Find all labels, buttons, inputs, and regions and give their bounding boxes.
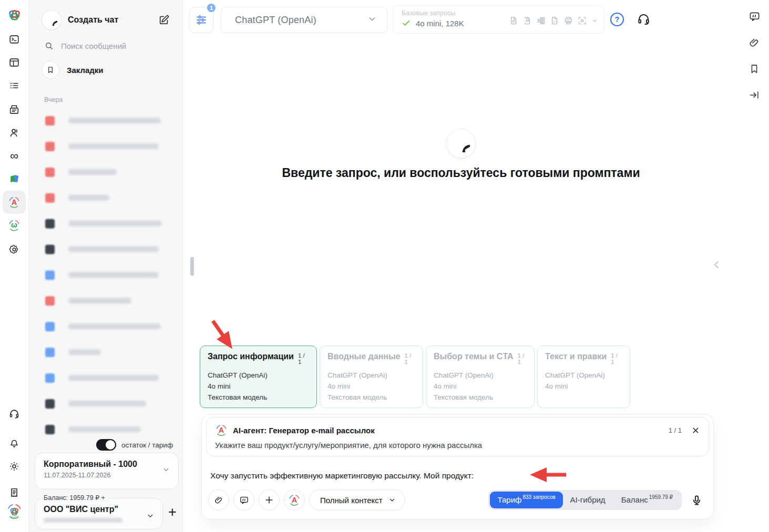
chat-item-icon [45,245,55,254]
search-placeholder: Поиск сообщений [61,41,126,50]
segment-tariff[interactable]: Тариф833 запросов [490,492,562,508]
hero-title: Введите запрос, или воспользуйтесь готов… [282,166,640,180]
balance-tariff-toggle[interactable] [96,439,116,451]
mode-segmented-control: Тариф833 запросов AI-гибрид Баланс1959.7… [488,490,682,510]
attachments-icon[interactable] [747,36,761,49]
close-icon[interactable] [691,426,700,435]
svg-text:TXT: TXT [553,20,558,23]
new-chat-header[interactable]: Создать чат [42,9,170,30]
message-input-text[interactable]: Хочу запустить эффективную маркетинговую… [210,471,474,481]
chevron-down-icon [367,14,377,26]
chat-list-item[interactable] [29,211,183,236]
sun-icon[interactable] [6,458,22,474]
app-logo[interactable] [6,7,22,23]
agent-subtitle: Укажите ваш продукт/услугу/мероприятие, … [215,441,700,450]
svg-text:PDF: PDF [525,20,529,23]
chat-list-item[interactable] [29,365,183,391]
prompt-card-title: Вводные данные [327,352,401,365]
organization-name: ООО "ВИС центр" [44,505,154,514]
attach-file-button[interactable] [208,489,229,510]
chat-list-item[interactable] [29,236,183,262]
segment-ai-hybrid[interactable]: AI-гибрид [563,492,614,508]
xls-icon[interactable] [536,16,546,26]
balance-tariff-toggle-row: остаток / тариф [96,439,173,451]
chat-list-item[interactable] [29,262,183,288]
chat-list-item[interactable] [29,185,183,211]
app-window: ∞ A ω VisG [0,0,769,532]
tariff-plan-selector[interactable]: Корпоративный - 1000 11.07.2025-11.07.20… [35,453,179,489]
prompt-card-line: ChatGPT (OpenAi) [545,370,622,381]
chevron-down-icon[interactable] [591,17,599,25]
sidebar-resize-handle[interactable] [190,257,194,276]
chat-list-item[interactable] [29,339,183,365]
chat-item-icon [45,270,55,280]
scan-icon[interactable] [577,16,587,26]
prompt-card-count: 1 / 1 [405,352,415,365]
chat-list-item[interactable] [29,416,183,442]
board-icon[interactable] [6,55,22,70]
organization-selector[interactable]: Баланс: 1959.79 ₽ + ООО "ВИС центр" [35,498,163,529]
add-organization-button[interactable]: + [168,505,177,519]
bookmarks-item[interactable]: Закладки [42,61,104,79]
prompt-card-request-info[interactable]: Запрос информации1 / 1 ChatGPT (OpenAi)4… [200,346,317,408]
chat-list-item[interactable] [29,159,183,185]
chat-list-item[interactable] [29,288,183,314]
terminal-icon[interactable] [6,32,22,47]
mic-icon [691,494,703,506]
receipt-icon[interactable] [6,485,22,500]
pdf-search-icon[interactable]: PDF [522,16,532,26]
omega-icon[interactable]: ω [6,217,22,233]
chat-list-item[interactable] [29,314,183,339]
collapse-panel-icon[interactable] [747,88,761,102]
chat-item-icon [45,168,55,177]
chat-list-item[interactable] [29,108,183,133]
chat-title-blurred [68,298,131,304]
prompt-card-title: Выбор темы и CTA [434,352,514,365]
search-icon [44,41,54,51]
doc-icon[interactable] [509,16,519,26]
prompt-card-text-edits[interactable]: Текст и правки1 / 1 ChatGPT (OpenAi)4o m… [537,346,630,408]
context-mode-selector[interactable]: Полный контекст [309,489,405,510]
chat-item-icon [45,425,55,434]
chat-list-item[interactable] [29,133,183,159]
chat-title-blurred [68,349,101,355]
collapse-right-handle[interactable]: ‹ [713,253,720,274]
help-button[interactable]: ? [610,13,624,26]
bookmark-icon[interactable] [747,62,761,76]
bookmarks-label: Закладки [67,66,104,75]
microphone-button[interactable] [686,489,707,510]
agent-a-icon[interactable]: A [3,191,26,214]
headset-icon[interactable] [6,406,22,422]
chevron-down-icon [161,465,171,476]
agent-button[interactable]: A [284,489,305,510]
model-selector[interactable]: ChatGPT (OpenAi) [221,7,387,33]
add-button[interactable] [259,489,280,510]
compose-icon[interactable] [158,14,170,26]
prompt-card-topic-cta[interactable]: Выбор темы и CTA1 / 1 ChatGPT (OpenAi)4o… [426,346,535,408]
search-input[interactable]: Поиск сообщений [44,41,126,51]
prompt-card-count: 1 / 1 [518,352,527,365]
infinity-icon[interactable]: ∞ [6,148,22,164]
prompt-card-line: 4o mini [545,381,622,392]
prompt-card-line: Текстовая модель [327,392,415,403]
prompt-card-input-data[interactable]: Вводные данные1 / 1 ChatGPT (OpenAi)4o m… [320,346,423,408]
main-area: 1 ChatGPT (OpenAi) Базовые запросы 4o mi… [183,0,769,532]
right-icon-rail [747,9,762,114]
openai-avatar [42,10,61,30]
chat-list-item[interactable] [29,391,183,416]
list-icon[interactable] [6,78,22,93]
fax-icon[interactable] [6,102,22,118]
support-headset-icon[interactable] [637,12,651,28]
gear-icon[interactable] [6,242,22,257]
segment-balance[interactable]: Баланс1959.79 ₽ [614,492,680,508]
users-icon[interactable] [6,125,22,141]
quote-prompt-button[interactable] [233,489,254,510]
bell-icon[interactable] [6,435,22,451]
txt-icon[interactable]: TXT [550,16,560,26]
books-icon[interactable] [6,171,22,187]
plan-info-card[interactable]: Базовые запросы 4o mini, 128K PDF TXT [393,5,604,34]
prompts-library-icon[interactable] [747,9,761,23]
chat-title-blurred [68,272,159,278]
printer-icon[interactable] [563,16,573,26]
model-logo-openai [446,129,476,158]
